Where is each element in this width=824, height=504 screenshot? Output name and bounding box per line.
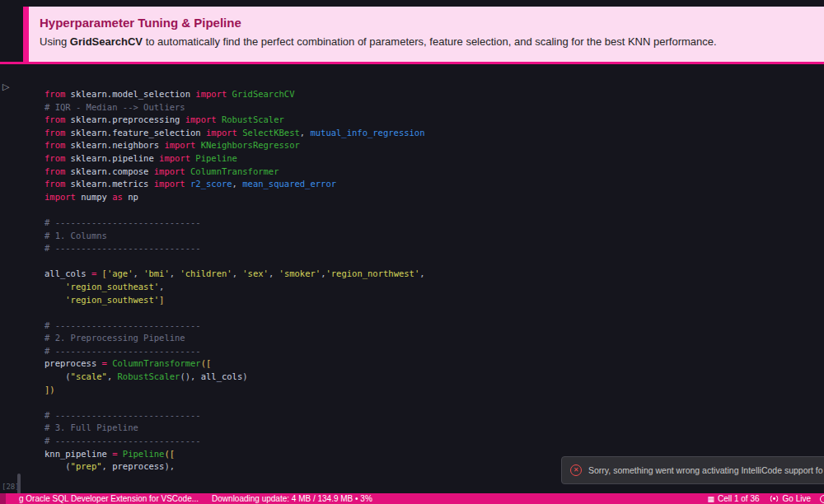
code-line: ("prep", preprocess),: [44, 460, 425, 474]
cell-indicator-label: Cell 1 of 36: [718, 494, 760, 503]
code-line: preprocess = ColumnTransformer([: [44, 357, 425, 371]
subtitle-suffix: to automatically find the perfect combin…: [143, 35, 717, 48]
subtitle-prefix: Using: [40, 35, 70, 48]
code-line: # ----------------------------: [44, 409, 425, 422]
code-line: 'region_southeast',: [44, 281, 425, 294]
notification-message: Sorry, something went wrong activating I…: [588, 465, 823, 475]
go-live-button[interactable]: Go Live: [769, 494, 811, 503]
error-icon: ✕: [570, 464, 582, 476]
code-line: # 3. Full Pipeline: [44, 422, 425, 435]
markdown-cell[interactable]: Hyperparameter Tuning & Pipeline Using G…: [23, 7, 824, 62]
code-editor[interactable]: from sklearn.model_selection import Grid…: [44, 88, 425, 474]
code-line: [44, 306, 425, 320]
notebook-cell-indicator[interactable]: ▦Cell 1 of 36: [707, 494, 759, 503]
banner-accent-bar: [23, 7, 29, 62]
code-line: 'region_southwest']: [44, 294, 425, 307]
notification-toast[interactable]: ✕ Sorry, something went wrong activating…: [561, 456, 824, 484]
code-line: # ----------------------------: [44, 345, 425, 358]
code-line: # IQR - Median --> Outliers: [44, 101, 425, 114]
code-line: # 2. Preprocessing Pipeline: [44, 332, 425, 345]
code-line: import numpy as np: [44, 191, 425, 204]
broadcast-icon: [769, 494, 780, 503]
code-line: # ----------------------------: [44, 320, 425, 333]
code-line: from sklearn.neighbors import KNeighbors…: [44, 139, 425, 152]
status-right-partial-icon[interactable]: [820, 495, 824, 503]
code-line: ("scale", RobustScaler(), all_cols): [44, 371, 425, 384]
code-line: # ----------------------------: [44, 435, 425, 448]
code-line: # 1. Columns: [44, 230, 425, 243]
code-line: [44, 255, 425, 268]
code-line: from sklearn.compose import ColumnTransf…: [44, 166, 425, 179]
code-line: all_cols = ['age', 'bmi', 'children', 's…: [44, 268, 425, 281]
play-icon: ▷: [2, 82, 9, 91]
code-line: # ----------------------------: [44, 242, 425, 255]
code-line: ]): [44, 384, 425, 397]
banner-title: Hyperparameter Tuning & Pipeline: [40, 16, 824, 30]
banner-subtitle: Using GridSearchCV to automatically find…: [40, 35, 824, 48]
code-line: from sklearn.preprocessing import Robust…: [44, 114, 425, 127]
download-update-status[interactable]: Downloading update: 4 MB / 134.9 MB • 3%: [212, 494, 372, 503]
cell-separator-line: [0, 62, 824, 64]
vscode-window: Hyperparameter Tuning & Pipeline Using G…: [0, 0, 824, 504]
code-line: [44, 203, 425, 217]
notebook-icon: ▦: [707, 495, 714, 503]
code-line: from sklearn.model_selection import Grid…: [44, 88, 425, 101]
run-cell-button[interactable]: ▷: [2, 81, 9, 92]
code-line: from sklearn.metrics import r2_score, me…: [44, 178, 425, 191]
go-live-label: Go Live: [783, 494, 811, 503]
status-bar: g Oracle SQL Developer Extension for VSC…: [0, 493, 824, 504]
status-left-cutoff-icon: [0, 493, 6, 504]
code-line: # ----------------------------: [44, 217, 425, 230]
code-line: from sklearn.pipeline import Pipeline: [44, 152, 425, 166]
code-line: [44, 396, 425, 409]
code-line: knn_pipeline = Pipeline([: [44, 448, 425, 461]
subtitle-bold: GridSearchCV: [70, 35, 143, 48]
extension-activation-status[interactable]: g Oracle SQL Developer Extension for VSC…: [19, 494, 199, 503]
code-line: from sklearn.feature_selection import Se…: [44, 127, 425, 140]
